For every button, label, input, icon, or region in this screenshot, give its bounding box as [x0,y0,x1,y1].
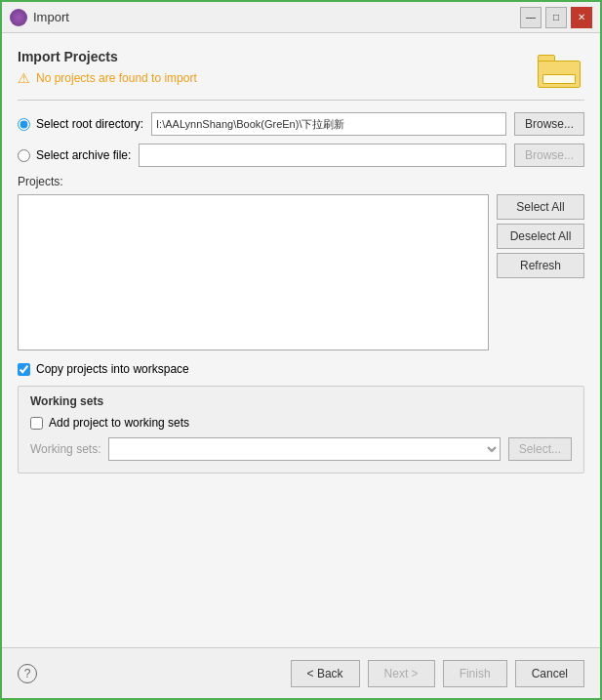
root-dir-browse-button[interactable]: Browse... [514,112,584,136]
deselect-all-button[interactable]: Deselect All [497,224,584,249]
header-text: Import Projects ⚠ No projects are found … [18,49,538,86]
import-dialog: Import — □ ✕ Import Projects ⚠ No projec… [0,0,602,700]
warning-row: ⚠ No projects are found to import [18,70,538,86]
add-to-ws-label: Add project to working sets [49,416,189,430]
copy-checkbox[interactable] [18,363,30,376]
back-button[interactable]: < Back [291,660,360,687]
title-bar: Import — □ ✕ [2,2,600,33]
folder-open [542,74,576,84]
archive-input[interactable] [139,144,506,167]
header-section: Import Projects ⚠ No projects are found … [18,49,584,88]
minimize-button[interactable]: — [520,7,542,28]
copy-label: Copy projects into workspace [36,362,189,376]
root-dir-radio[interactable] [18,118,30,131]
maximize-button[interactable]: □ [545,7,567,28]
title-bar-left: Import [10,9,69,26]
finish-button[interactable]: Finish [443,660,507,687]
ws-label: Working sets: [30,442,100,456]
spacer [18,474,584,632]
root-dir-label: Select root directory: [36,117,143,131]
dialog-content: Import Projects ⚠ No projects are found … [2,33,600,647]
cancel-button[interactable]: Cancel [515,660,584,687]
help-icon[interactable]: ? [18,664,37,683]
dialog-title: Import [33,10,69,24]
ws-select-button[interactable]: Select... [508,437,572,461]
root-dir-input[interactable] [151,112,506,136]
folder-body [538,61,581,88]
close-button[interactable]: ✕ [571,7,592,28]
next-button[interactable]: Next > [368,660,435,687]
separator-1 [18,100,584,101]
projects-area: Select All Deselect All Refresh [18,194,584,350]
import-title: Import Projects [18,49,538,64]
archive-label: Select archive file: [36,148,131,162]
working-sets-section: Working sets Add project to working sets… [18,386,584,474]
add-to-ws-checkbox[interactable] [30,417,43,430]
refresh-button[interactable]: Refresh [497,253,584,278]
working-sets-title: Working sets [30,394,572,408]
warning-text: No projects are found to import [36,71,197,85]
ws-select-row: Working sets: Select... [30,437,572,461]
archive-browse-button[interactable]: Browse... [514,144,584,167]
title-bar-controls: — □ ✕ [520,7,592,28]
folder-icon [538,49,584,88]
root-dir-row: Select root directory: Browse... [18,112,584,136]
archive-radio-label[interactable]: Select archive file: [18,148,131,162]
ws-checkbox-row: Add project to working sets [30,416,572,430]
eclipse-icon [10,9,27,26]
projects-list[interactable] [18,194,489,350]
projects-buttons: Select All Deselect All Refresh [497,194,584,350]
warning-icon: ⚠ [18,70,30,86]
archive-radio[interactable] [18,149,30,162]
copy-row: Copy projects into workspace [18,362,584,376]
archive-file-row: Select archive file: Browse... [18,144,584,167]
footer: ? < Back Next > Finish Cancel [2,647,600,698]
projects-label: Projects: [18,175,584,188]
ws-combo[interactable] [108,437,500,461]
footer-buttons: < Back Next > Finish Cancel [291,660,584,687]
select-all-button[interactable]: Select All [497,194,584,220]
root-dir-radio-label[interactable]: Select root directory: [18,117,143,131]
